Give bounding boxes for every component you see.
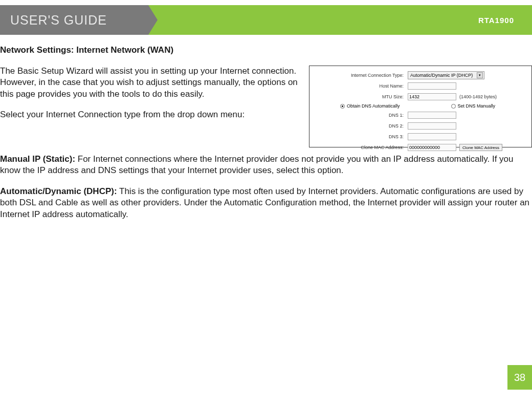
intro-row: The Basic Setup Wizard will assist you i…: [0, 66, 532, 147]
mtu-hint: (1400-1492 bytes): [456, 94, 497, 99]
dns3-label: DNS 3:: [316, 134, 408, 139]
clone-mac-button[interactable]: Clone MAC Address: [459, 144, 502, 151]
dns-auto-label: Obtain DNS Automatically: [347, 103, 400, 109]
dns1-row: DNS 1:: [316, 111, 525, 119]
clone-mac-label: Clone MAC Address:: [316, 145, 408, 150]
conn-type-row: Internet Connection Type: Automatic/Dyna…: [316, 71, 525, 79]
dns2-input[interactable]: [408, 122, 456, 130]
host-name-input[interactable]: [408, 82, 456, 90]
mtu-input[interactable]: [408, 93, 456, 100]
host-name-label: Host Name:: [316, 83, 408, 89]
select-prompt-paragraph: Select your Internet Connection type fro…: [0, 109, 302, 120]
guide-title: USER'S GUIDE: [10, 13, 107, 28]
dhcp-paragraph: Automatic/Dynamic (DHCP): This is the co…: [0, 186, 532, 220]
conn-type-value: Automatic/Dynamic IP (DHCP): [410, 73, 473, 78]
manual-ip-body: For Internet connections where the Inter…: [0, 154, 514, 175]
page-header: USER'S GUIDE RTA1900: [0, 5, 532, 35]
section-title: Network Settings: Internet Network (WAN): [0, 45, 532, 55]
clone-mac-input[interactable]: [408, 144, 456, 151]
dns-manual-option[interactable]: Set DNS Manually: [451, 103, 496, 109]
dns2-label: DNS 2:: [316, 123, 408, 129]
dns-manual-label: Set DNS Manually: [458, 103, 496, 109]
radio-unchecked-icon: [451, 104, 456, 109]
mtu-row: MTU Size: (1400-1492 bytes): [316, 93, 525, 101]
dns1-label: DNS 1:: [316, 113, 408, 118]
page-number-value: 38: [514, 372, 525, 383]
model-number: RTA1900: [478, 16, 514, 25]
content-area: Network Settings: Internet Network (WAN)…: [0, 35, 532, 220]
dns3-row: DNS 3:: [316, 133, 525, 141]
manual-ip-label: Manual IP (Static):: [0, 154, 75, 164]
dns-radio-row: Obtain DNS Automatically Set DNS Manuall…: [340, 103, 525, 109]
dns2-row: DNS 2:: [316, 122, 525, 130]
router-settings-screenshot: Internet Connection Type: Automatic/Dyna…: [309, 66, 532, 147]
dropdown-arrow-icon: ▾: [477, 72, 483, 78]
conn-type-label: Internet Connection Type:: [316, 73, 408, 78]
page-number-badge: 38: [507, 365, 532, 390]
dns3-input[interactable]: [408, 133, 456, 140]
dns1-input[interactable]: [408, 112, 456, 119]
radio-checked-icon: [340, 104, 345, 109]
host-name-row: Host Name:: [316, 82, 525, 90]
manual-ip-paragraph: Manual IP (Static): For Internet connect…: [0, 154, 532, 177]
dhcp-label: Automatic/Dynamic (DHCP):: [0, 186, 117, 196]
intro-text-column: The Basic Setup Wizard will assist you i…: [0, 66, 302, 147]
mtu-label: MTU Size:: [316, 94, 408, 99]
conn-type-select[interactable]: Automatic/Dynamic IP (DHCP) ▾: [408, 71, 484, 79]
clone-mac-row: Clone MAC Address: Clone MAC Address: [316, 143, 525, 152]
dns-auto-option[interactable]: Obtain DNS Automatically: [340, 103, 400, 109]
intro-paragraph: The Basic Setup Wizard will assist you i…: [0, 66, 302, 100]
header-left-tab: USER'S GUIDE: [0, 5, 148, 35]
